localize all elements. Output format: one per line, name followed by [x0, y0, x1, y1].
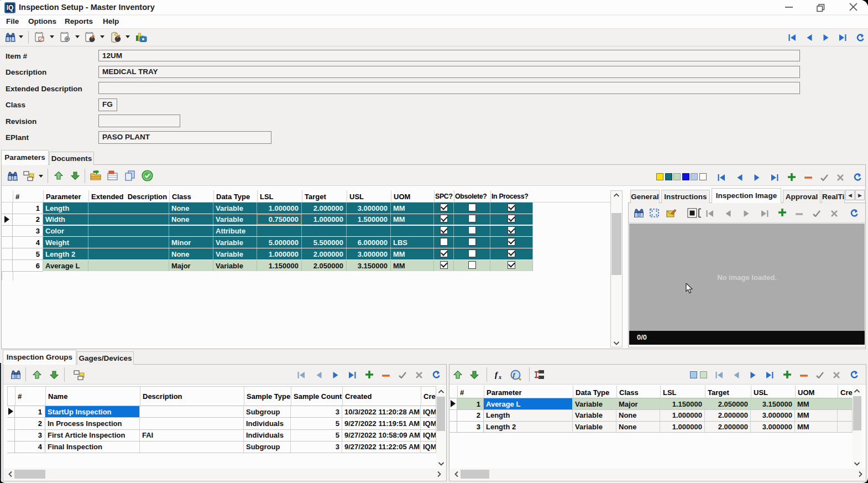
svg-text:x: x: [498, 374, 501, 380]
svg-text:f: f: [495, 370, 499, 379]
